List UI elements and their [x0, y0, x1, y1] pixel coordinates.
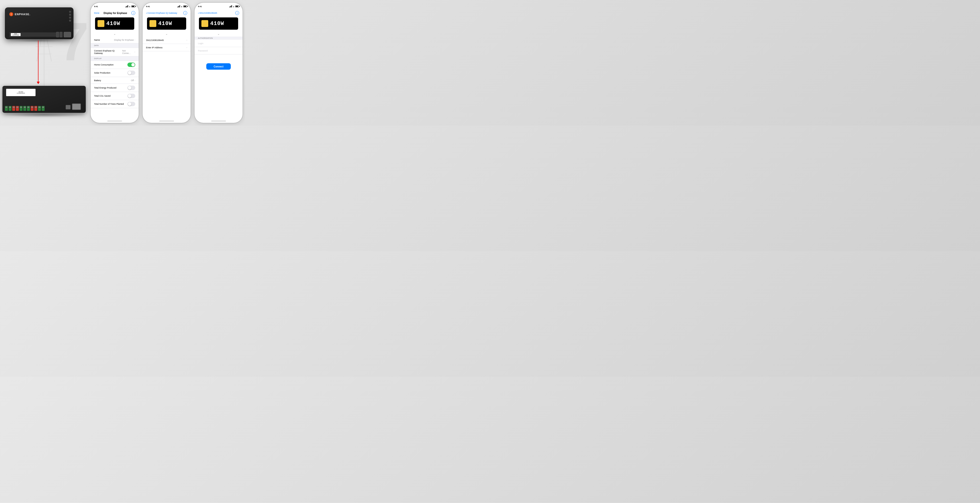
- ip-label: Enter IP Address: [146, 46, 162, 49]
- home-consumption-toggle[interactable]: [127, 62, 135, 67]
- phone-3-time: 9:41: [198, 5, 202, 8]
- gateway-ports: [69, 11, 71, 22]
- phone-3-notch: [209, 3, 228, 8]
- phone-3-chevron: ⌄: [194, 31, 243, 37]
- gateway-shadow: [5, 39, 73, 42]
- toggle-knob-5: [128, 102, 131, 106]
- trees-label: Total Number of Trees Planted: [94, 103, 124, 105]
- wifi-icon-2: ▲: [181, 6, 183, 7]
- phone-2: 9:41 ▲ ‹ Connect Enphase IQ Gatew: [143, 3, 191, 123]
- settings-row-total-energy[interactable]: Total Energy Produced: [91, 84, 139, 92]
- phone-3-display-value: 410W: [210, 21, 224, 27]
- phone-3-status-icons: ▲: [229, 5, 239, 7]
- phone-3-display-widget: 410W: [199, 18, 238, 30]
- signal-icon: [126, 5, 128, 7]
- phone-2-info-btn[interactable]: i: [183, 11, 187, 15]
- login-input-row[interactable]: Login: [194, 40, 243, 47]
- sn-label: SN121938108445: [146, 39, 164, 42]
- solar-production-label: Solar Production: [94, 72, 110, 74]
- controller-shadow: [2, 112, 86, 117]
- phone-3-content: ‹ SN121938108445 i 410W ⌄ AUTHORIZATI: [194, 10, 243, 123]
- settings-row-connect[interactable]: Connect Enphase IQ Gateway Not Conne... …: [91, 48, 139, 56]
- row-name-value: Display for Enphase ›: [114, 39, 135, 41]
- row-connect-label: Connect Enphase IQ Gateway: [94, 50, 122, 54]
- phone-2-display-value: 410W: [158, 21, 172, 27]
- toggle-knob-2: [128, 71, 131, 75]
- data-section-header: DATA: [91, 43, 139, 48]
- trees-toggle[interactable]: [127, 102, 135, 106]
- wifi-icon: ▲: [129, 6, 130, 7]
- phone-2-status-icons: ▲: [177, 5, 187, 7]
- total-co2-label: Total CO₂ Saved: [94, 95, 110, 97]
- password-input-row[interactable]: Password: [194, 47, 243, 54]
- phone-2-home-indicator: [159, 121, 174, 121]
- ip-chevron: ›: [186, 46, 187, 49]
- toggle-knob-4: [128, 94, 131, 97]
- display-section-header: DISPLAY: [91, 56, 139, 61]
- data-section-label: DATA: [94, 45, 99, 46]
- phone-1: 9:41 ▲ Done Display for Enphase i: [91, 3, 139, 123]
- phone-1-chevron: ⌄: [91, 31, 139, 37]
- battery-icon-3: [235, 5, 239, 7]
- settings-row-solar-production[interactable]: Solar Production: [91, 69, 139, 77]
- phone-3-home-indicator: [211, 121, 226, 121]
- gateway-device: ⟨ ENPHASE. ||||| |||121938108445: [5, 7, 73, 39]
- phone-1-status-icons: ▲: [126, 5, 135, 7]
- battery-value: Off ›: [131, 79, 135, 81]
- total-energy-toggle[interactable]: [127, 86, 135, 90]
- sn-chevron: ›: [186, 39, 187, 42]
- phone-3-back-label: SN121938108445: [199, 12, 217, 14]
- phone-1-title: Display for Enphase: [103, 12, 127, 14]
- phone-2-back-label: Connect Enphase IQ Gateway: [148, 12, 177, 14]
- settings-row-battery[interactable]: Battery Off ›: [91, 77, 139, 84]
- phone-1-home-indicator: [107, 121, 122, 121]
- phone-2-nav: ‹ Connect Enphase IQ Gateway i: [143, 10, 191, 16]
- phone-2-notch: [157, 3, 177, 8]
- enphase-logo-icon: ⟨: [9, 12, 13, 16]
- phone-3-nav: ‹ SN121938108445 i: [194, 10, 243, 16]
- controller-device: ||||| ||||||||121938108445: [2, 86, 86, 113]
- phone-1-content: Done Display for Enphase i 410W ⌄: [91, 10, 139, 123]
- row-name-chevron: ›: [135, 39, 135, 41]
- battery-chevron: ›: [135, 79, 135, 81]
- phone-1-done-btn[interactable]: Done: [94, 12, 99, 14]
- settings-row-name[interactable]: Name Display for Enphase ›: [91, 37, 139, 43]
- password-placeholder: Password: [198, 50, 208, 52]
- phone-2-content: ‹ Connect Enphase IQ Gateway i 410W ⌄: [143, 10, 191, 123]
- phone-2-time: 9:41: [146, 5, 150, 8]
- list-item-sn[interactable]: SN121938108445 ›: [143, 37, 191, 44]
- sun-display-icon-3: [201, 20, 208, 27]
- settings-row-total-co2[interactable]: Total CO₂ Saved: [91, 92, 139, 100]
- back-arrow-icon: ‹: [146, 11, 147, 14]
- signal-icon-2: [177, 5, 180, 7]
- controller-port: [72, 104, 81, 110]
- phone-1-time: 9:41: [94, 5, 98, 8]
- back-arrow-icon-3: ‹: [198, 11, 199, 14]
- total-co2-toggle[interactable]: [127, 94, 135, 98]
- total-energy-label: Total Energy Produced: [94, 86, 116, 89]
- enphase-brand-text: ENPHASE.: [15, 13, 30, 16]
- phone-1-settings-list: Name Display for Enphase › DATA Connect …: [91, 37, 139, 123]
- login-placeholder: Login: [198, 42, 204, 45]
- battery-label: Battery: [94, 79, 101, 81]
- row-name-label: Name: [94, 39, 100, 41]
- toggle-knob: [131, 63, 135, 67]
- toggle-knob-3: [128, 86, 131, 89]
- phone-1-info-btn[interactable]: i: [131, 11, 135, 15]
- phone-2-back-btn[interactable]: ‹ Connect Enphase IQ Gateway: [146, 11, 177, 14]
- phone-1-display-widget: 410W: [95, 18, 134, 30]
- solar-production-toggle[interactable]: [127, 70, 135, 75]
- phone-3-info-btn[interactable]: i: [235, 11, 239, 15]
- phone-1-display-value: 410W: [106, 21, 120, 27]
- settings-row-home-consumption[interactable]: Home Consumption: [91, 61, 139, 69]
- battery-icon-2: [183, 5, 187, 7]
- display-section-label: DISPLAY: [94, 57, 102, 59]
- settings-row-trees[interactable]: Total Number of Trees Planted: [91, 100, 139, 108]
- row-connect-value: Not Conne... ›: [122, 50, 135, 54]
- list-item-ip[interactable]: Enter IP Address ›: [143, 44, 191, 51]
- connect-button[interactable]: Connect: [206, 63, 231, 70]
- phone-3-back-btn[interactable]: ‹ SN121938108445: [198, 11, 217, 14]
- phone-1-nav: Done Display for Enphase i: [91, 10, 139, 16]
- device-section: ⟨ ENPHASE. ||||| |||121938108445: [0, 0, 93, 126]
- sun-display-icon: [97, 20, 104, 27]
